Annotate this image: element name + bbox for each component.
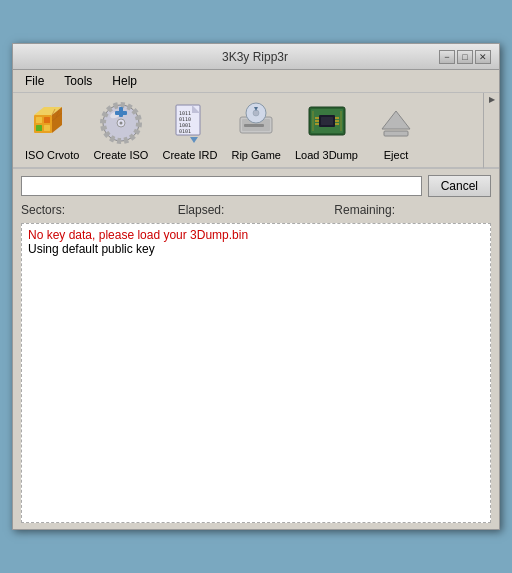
toolbar-row: ISO Crvoto Cr (13, 93, 499, 169)
create-ird-label: Create IRD (162, 149, 217, 161)
log-line-1: Using default public key (28, 242, 484, 256)
iso-crypto-icon (28, 99, 76, 147)
svg-marker-23 (190, 137, 198, 143)
log-area: No key data, please load your 3Dump.bin … (21, 223, 491, 523)
rip-game-label: Rip Game (231, 149, 281, 161)
elapsed-label: Elapsed: (178, 203, 335, 217)
window-controls: − □ ✕ (439, 50, 491, 64)
svg-rect-4 (44, 125, 50, 131)
minimize-button[interactable]: − (439, 50, 455, 64)
load-3dump-icon (303, 99, 351, 147)
toolbar: ISO Crvoto Cr (13, 93, 483, 169)
sectors-label: Sectors: (21, 203, 178, 217)
eject-icon (372, 99, 420, 147)
svg-rect-1 (36, 117, 42, 123)
title-bar: 3K3y Ripp3r − □ ✕ (13, 44, 499, 70)
rip-game-icon (232, 99, 280, 147)
create-iso-label: Create ISO (93, 149, 148, 161)
remaining-label: Remaining: (334, 203, 491, 217)
main-window: 3K3y Ripp3r − □ ✕ File Tools Help (12, 43, 500, 530)
svg-rect-43 (384, 131, 408, 136)
svg-point-13 (119, 122, 122, 125)
window-title: 3K3y Ripp3r (71, 50, 439, 64)
menu-tools[interactable]: Tools (56, 72, 100, 90)
rip-game-button[interactable]: Rip Game (225, 97, 287, 163)
eject-button[interactable]: Eject (366, 97, 426, 163)
toolbar-scroll-arrow[interactable]: ▶ (489, 95, 495, 104)
create-ird-button[interactable]: 1011 0110 1001 0101 Create IRD (156, 97, 223, 163)
close-button[interactable]: ✕ (475, 50, 491, 64)
svg-text:0101: 0101 (179, 128, 191, 134)
progress-bar (21, 176, 422, 196)
svg-rect-2 (44, 117, 50, 123)
svg-rect-33 (321, 117, 333, 125)
svg-rect-16 (115, 111, 127, 115)
maximize-button[interactable]: □ (457, 50, 473, 64)
menu-file[interactable]: File (17, 72, 52, 90)
toolbar-scrollbar: ▶ (483, 93, 499, 169)
create-ird-icon: 1011 0110 1001 0101 (166, 99, 214, 147)
create-iso-button[interactable]: Create ISO (87, 97, 154, 163)
stats-row: Sectors: Elapsed: Remaining: (21, 201, 491, 219)
create-iso-icon (97, 99, 145, 147)
log-line-0: No key data, please load your 3Dump.bin (28, 228, 484, 242)
load-3dump-label: Load 3Dump (295, 149, 358, 161)
iso-crypto-label: ISO Crvoto (25, 149, 79, 161)
svg-rect-3 (36, 125, 42, 131)
eject-label: Eject (384, 149, 408, 161)
cancel-button[interactable]: Cancel (428, 175, 491, 197)
content-area: Cancel Sectors: Elapsed: Remaining: No k… (13, 169, 499, 529)
svg-rect-26 (244, 124, 264, 127)
menu-help[interactable]: Help (104, 72, 145, 90)
menu-bar: File Tools Help (13, 70, 499, 93)
iso-crypto-button[interactable]: ISO Crvoto (19, 97, 85, 163)
progress-row: Cancel (21, 175, 491, 197)
load-3dump-button[interactable]: Load 3Dump (289, 97, 364, 163)
svg-marker-42 (382, 111, 410, 129)
